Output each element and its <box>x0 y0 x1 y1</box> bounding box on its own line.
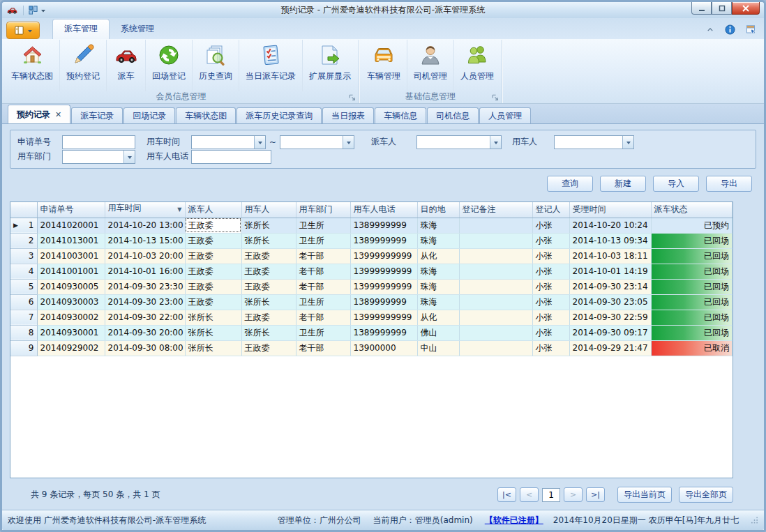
grid-cell-user[interactable]: 王政委 <box>241 248 296 264</box>
grid-cell-destination[interactable]: 从化 <box>417 248 459 264</box>
dropdown-arrow-icon[interactable] <box>123 151 135 163</box>
grid-cell-destination[interactable]: 佛山 <box>417 325 459 340</box>
table-row[interactable]: 2201410130012014-10-13 15:00王政委张所长卫生所138… <box>10 233 733 248</box>
table-row[interactable]: 8201409300012014-09-30 20:00张所长张所长卫生所138… <box>10 325 733 340</box>
column-header-register-note[interactable]: 登记备注 <box>459 202 532 218</box>
grid-cell-request-no[interactable]: 20140929002 <box>37 340 105 356</box>
grid-cell-request-no[interactable]: 20140930002 <box>37 310 105 325</box>
sort-indicator-icon[interactable]: ▼ <box>177 202 181 217</box>
request-no-input[interactable] <box>62 135 135 149</box>
grid-cell-registrant[interactable]: 小张 <box>532 279 569 294</box>
column-header-request-no[interactable]: 申请单号 <box>37 202 105 218</box>
grid-cell-register-note[interactable] <box>459 340 532 356</box>
grid-cell-destination[interactable]: 珠海 <box>417 218 459 233</box>
ribbon-button-vehicle-management[interactable]: 车辆管理 <box>361 40 407 91</box>
grid-cell-registrant[interactable]: 小张 <box>532 233 569 248</box>
grid-cell-registrant[interactable]: 小张 <box>532 294 569 310</box>
table-row[interactable]: 7201409300022014-09-30 22:00张所长王政委老干部139… <box>10 310 733 325</box>
grid-cell-request-no[interactable]: 20141001001 <box>37 264 105 279</box>
department-combo[interactable] <box>62 150 135 164</box>
resize-grip-icon[interactable] <box>751 516 758 524</box>
grid-cell-destination[interactable]: 从化 <box>417 310 459 325</box>
grid-cell-request-no[interactable]: 20140930005 <box>37 279 105 294</box>
doc-tab-dispatch-records[interactable]: 派车记录 <box>71 107 123 123</box>
grid-cell-register-note[interactable] <box>459 325 532 340</box>
grid-cell-dispatcher[interactable]: 王政委 <box>185 294 241 310</box>
grid-cell-accept-time[interactable]: 2014-09-30 09:17 <box>569 325 651 340</box>
grid-cell-dispatcher[interactable]: 王政委 <box>185 233 241 248</box>
grid-cell-registrant[interactable]: 小张 <box>532 264 569 279</box>
ribbon-button-reservation-register[interactable]: 预约登记 <box>60 40 107 91</box>
table-row[interactable]: ▶1201410200012014-10-20 13:00王政委张所长卫生所13… <box>10 218 733 233</box>
table-row[interactable]: 9201409290022014-09-30 08:00张所长王政委老干部139… <box>10 340 733 356</box>
table-row[interactable]: 5201409300052014-09-30 23:30王政委王政委老干部139… <box>10 279 733 294</box>
grid-cell-register-note[interactable] <box>459 233 532 248</box>
query-button[interactable]: 查询 <box>547 176 593 192</box>
doc-tab-vehicle-info[interactable]: 车辆信息 <box>375 107 426 123</box>
column-header-department[interactable]: 用车部门 <box>296 202 350 218</box>
grid-cell-dispatch-status[interactable]: 已预约 <box>651 218 733 233</box>
grid-cell-register-note[interactable] <box>459 264 532 279</box>
export-all-pages-button[interactable]: 导出全部页 <box>679 487 733 503</box>
grid-cell-dispatcher[interactable]: 王政委 <box>185 264 241 279</box>
window-layout-icon[interactable] <box>28 5 38 15</box>
ribbon-tab-dispatch-management[interactable]: 派车管理 <box>52 19 110 39</box>
grid-cell-department[interactable]: 卫生所 <box>296 325 350 340</box>
minimize-button[interactable] <box>691 2 712 15</box>
grid-cell-department[interactable]: 老干部 <box>296 248 350 264</box>
ribbon-tab-system-management[interactable]: 系统管理 <box>110 20 165 39</box>
row-header-cell[interactable]: 6 <box>10 294 37 310</box>
row-header-cell[interactable]: 8 <box>10 325 37 340</box>
grid-cell-user-phone[interactable]: 1389999999 <box>350 325 417 340</box>
ribbon-button-today-dispatch-records[interactable]: 当日派车记录 <box>239 40 303 91</box>
grid-cell-user[interactable]: 王政委 <box>241 310 296 325</box>
first-page-button[interactable]: |< <box>497 487 516 502</box>
maximize-button[interactable] <box>712 2 732 15</box>
grid-cell-use-time[interactable]: 2014-10-03 20:00 <box>105 248 185 264</box>
grid-cell-accept-time[interactable]: 2014-10-03 18:11 <box>569 248 651 264</box>
last-page-button[interactable]: >| <box>586 487 605 502</box>
grid-cell-user[interactable]: 张所长 <box>241 218 296 233</box>
grid-cell-accept-time[interactable]: 2014-10-13 09:34 <box>569 233 651 248</box>
grid-cell-dispatch-status[interactable]: 已取消 <box>651 340 733 356</box>
dialog-launcher-icon[interactable] <box>491 93 499 101</box>
grid-cell-register-note[interactable] <box>459 279 532 294</box>
grid-cell-user-phone[interactable]: 13999999999 <box>350 248 417 264</box>
doc-tab-dispatch-history-query[interactable]: 派车历史记录查询 <box>236 107 322 123</box>
doc-tab-driver-info[interactable]: 司机信息 <box>427 107 479 123</box>
grid-cell-user[interactable]: 王政委 <box>241 264 296 279</box>
grid-cell-request-no[interactable]: 20140930003 <box>37 294 105 310</box>
grid-cell-destination[interactable]: 珠海 <box>417 294 459 310</box>
grid-cell-dispatch-status[interactable]: 已回场 <box>651 233 733 248</box>
grid-cell-department[interactable]: 老干部 <box>296 340 350 356</box>
grid-cell-user-phone[interactable]: 1389999999 <box>350 218 417 233</box>
grid-cell-registrant[interactable]: 小张 <box>532 248 569 264</box>
caret-down-icon[interactable] <box>40 8 46 13</box>
grid-cell-dispatcher[interactable]: 张所长 <box>185 340 241 356</box>
grid-cell-user-phone[interactable]: 1389999999 <box>350 294 417 310</box>
ribbon-button-dispatch[interactable]: 派车 <box>107 40 146 91</box>
grid-cell-dispatcher[interactable]: 王政委 <box>185 218 241 233</box>
close-button[interactable] <box>732 2 760 15</box>
close-tab-icon[interactable]: ✕ <box>55 111 61 119</box>
dropdown-arrow-icon[interactable] <box>343 136 354 149</box>
grid-cell-use-time[interactable]: 2014-10-20 13:00 <box>105 218 185 233</box>
grid-cell-dispatcher[interactable]: 张所长 <box>185 310 241 325</box>
license-registered-link[interactable]: 【软件已注册】 <box>485 515 543 526</box>
user-combo[interactable] <box>554 135 634 149</box>
grid-cell-accept-time[interactable]: 2014-09-30 23:14 <box>569 279 651 294</box>
import-button[interactable]: 导入 <box>653 176 699 192</box>
table-row[interactable]: 4201410010012014-10-01 16:00王政委王政委老干部139… <box>10 264 733 279</box>
dialog-launcher-icon[interactable] <box>348 93 356 101</box>
grid-cell-registrant[interactable]: 小张 <box>532 310 569 325</box>
grid-cell-department[interactable]: 老干部 <box>296 310 350 325</box>
grid-cell-accept-time[interactable]: 2014-09-30 22:59 <box>569 310 651 325</box>
application-menu-button[interactable] <box>6 22 40 39</box>
grid-cell-use-time[interactable]: 2014-10-13 15:00 <box>105 233 185 248</box>
grid-cell-destination[interactable]: 珠海 <box>417 279 459 294</box>
new-button[interactable]: 新建 <box>600 176 646 192</box>
grid-cell-dispatch-status[interactable]: 已回场 <box>651 279 733 294</box>
grid-cell-dispatch-status[interactable]: 已回场 <box>651 248 733 264</box>
grid-cell-dispatcher[interactable]: 王政委 <box>185 279 241 294</box>
column-header-destination[interactable]: 目的地 <box>417 202 459 218</box>
